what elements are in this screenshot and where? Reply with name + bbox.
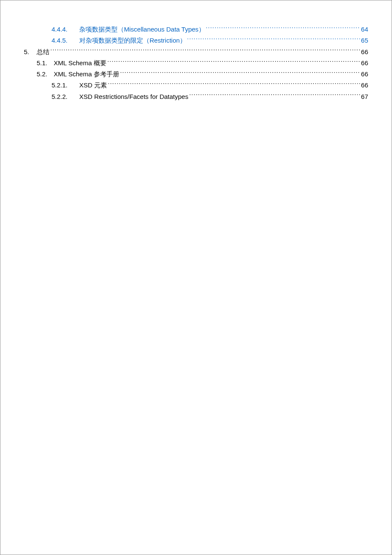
toc-number: 5.2. bbox=[37, 69, 54, 80]
toc-entry[interactable]: 4.4.4. 杂项数据类型（Miscellaneous Data Types） … bbox=[24, 24, 368, 35]
toc-title: XSD 元素 bbox=[79, 80, 107, 91]
toc-entry[interactable]: 5.1. XML Schema 概要 66 bbox=[24, 58, 368, 69]
toc-page-number: 65 bbox=[361, 35, 368, 46]
toc-leader-dots bbox=[187, 36, 360, 43]
toc-title: XML Schema 概要 bbox=[54, 58, 107, 69]
toc-page-number: 66 bbox=[361, 80, 368, 91]
toc-leader-dots bbox=[206, 25, 360, 32]
toc-page-number: 66 bbox=[361, 46, 368, 58]
toc-leader-dots bbox=[189, 92, 360, 99]
table-of-contents: 4.4.4. 杂项数据类型（Miscellaneous Data Types） … bbox=[24, 24, 368, 102]
toc-number: 4.4.4. bbox=[52, 24, 79, 35]
toc-entry[interactable]: 5.2.1. XSD 元素 66 bbox=[24, 80, 368, 91]
toc-number: 5.1. bbox=[37, 58, 54, 69]
toc-number: 4.4.5. bbox=[52, 35, 79, 46]
toc-entry[interactable]: 4.4.5. 对杂项数据类型的限定（Restriction） 65 bbox=[24, 35, 368, 46]
toc-title: 杂项数据类型（Miscellaneous Data Types） bbox=[79, 24, 205, 35]
toc-title: 总结 bbox=[37, 46, 49, 58]
toc-leader-dots bbox=[120, 70, 360, 76]
toc-entry[interactable]: 5.2. XML Schema 参考手册 66 bbox=[24, 69, 368, 80]
toc-page-number: 67 bbox=[361, 91, 368, 102]
toc-entry[interactable]: 5. 总结 66 bbox=[24, 46, 368, 58]
toc-leader-dots bbox=[108, 81, 360, 87]
toc-title: XSD Restrictions/Facets for Datatypes bbox=[79, 91, 188, 102]
toc-title: 对杂项数据类型的限定（Restriction） bbox=[79, 35, 186, 46]
toc-leader-dots bbox=[50, 48, 360, 54]
toc-number: 5.2.2. bbox=[52, 91, 79, 102]
toc-number: 5.2.1. bbox=[52, 80, 79, 91]
toc-leader-dots bbox=[107, 59, 360, 65]
document-page: 4.4.4. 杂项数据类型（Miscellaneous Data Types） … bbox=[0, 0, 392, 555]
toc-page-number: 66 bbox=[361, 69, 368, 80]
toc-page-number: 64 bbox=[361, 24, 368, 35]
toc-title: XML Schema 参考手册 bbox=[54, 69, 119, 80]
toc-number: 5. bbox=[24, 46, 37, 58]
toc-page-number: 66 bbox=[361, 58, 368, 69]
toc-entry[interactable]: 5.2.2. XSD Restrictions/Facets for Datat… bbox=[24, 91, 368, 102]
